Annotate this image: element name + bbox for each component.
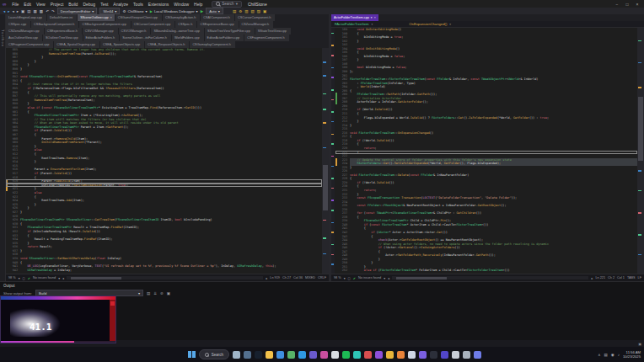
line-indicator[interactable]: Ln 919 xyxy=(270,276,280,279)
taskbar-app-icon[interactable] xyxy=(441,351,448,359)
toolbar-icon[interactable]: ▸ xyxy=(17,9,19,13)
menu-item[interactable]: Project xyxy=(48,2,67,7)
taskbar-app-icon[interactable] xyxy=(233,351,240,359)
line-indicator[interactable]: Ln 221 xyxy=(595,276,605,279)
menu-item[interactable]: Test xyxy=(98,2,110,7)
menu-item[interactable]: View xyxy=(34,2,48,7)
toolbar-icon[interactable]: ▤ xyxy=(233,9,236,13)
taskbar-app-icon[interactable] xyxy=(364,351,372,359)
tab-close-icon[interactable]: × xyxy=(110,16,112,19)
taskbar-app-icon[interactable] xyxy=(244,351,251,359)
menu-item[interactable]: Build xyxy=(66,2,80,7)
chevron-down-icon[interactable]: ▾ xyxy=(19,276,20,280)
taskbar-app-icon[interactable] xyxy=(331,351,339,359)
toolbar-icon[interactable]: ▧ xyxy=(251,9,255,13)
menu-item[interactable]: Tools xyxy=(131,2,146,7)
editor-tab[interactable]: CSBackgroundComponent.h xyxy=(31,21,78,28)
toolbar-icon[interactable]: ▤ xyxy=(27,9,30,13)
menu-item[interactable]: Debug xyxy=(80,2,98,7)
start-without-debugging-icon[interactable]: ▶ xyxy=(201,9,203,13)
editor-tab[interactable]: CSGameplayAction.h xyxy=(163,14,200,21)
taskbar-app-icon[interactable] xyxy=(309,351,317,359)
taskbar-app-icon[interactable] xyxy=(266,351,273,359)
scrollbar-thumb[interactable] xyxy=(71,277,122,279)
editor-tab[interactable]: CSExperienceBase.cpp xyxy=(197,21,238,28)
restore-button[interactable]: □ xyxy=(623,2,631,7)
taskbar-app-icon[interactable] xyxy=(342,351,350,359)
chevron-down-icon[interactable]: ▾ xyxy=(58,276,60,280)
scroll-left-icon[interactable]: ◂ xyxy=(388,276,389,280)
taskbar-app-icon[interactable] xyxy=(386,351,394,359)
editor-tab[interactable]: EditorActorFolders.cpp xyxy=(205,35,244,41)
taskbar-app-icon[interactable] xyxy=(320,351,328,359)
menu-item[interactable]: Analyze xyxy=(110,2,131,7)
taskbar-app-icon[interactable] xyxy=(452,351,459,359)
code-editor-left[interactable]: 885 // The parent no longer has any chil… xyxy=(6,48,322,274)
solution-configuration-dropdown[interactable]: DevelopmentEditor▾ xyxy=(57,8,98,14)
whitespace-indicator[interactable]: TABS xyxy=(627,276,636,279)
menu-item[interactable]: Help xyxy=(191,2,205,7)
health-status[interactable]: No issues found xyxy=(358,276,381,279)
output-title[interactable]: Output xyxy=(3,284,15,288)
editor-tab[interactable]: SceneOutliner...itsForColumn.h xyxy=(120,35,171,41)
taskbar-app-icon[interactable] xyxy=(375,351,383,359)
menu-item[interactable]: Window xyxy=(171,2,191,7)
scroll-right-icon[interactable]: ▸ xyxy=(266,276,267,280)
taskbar-app-icon[interactable] xyxy=(419,351,427,359)
start-debugging-button[interactable]: ▶ Local Windows Debugger ▾ xyxy=(150,9,198,13)
output-toolbar-icon[interactable]: ⊘ xyxy=(160,291,164,295)
col-indicator[interactable]: Col 1 xyxy=(617,276,625,279)
tab-close-icon[interactable]: × xyxy=(374,16,376,19)
taskbar-app-icon[interactable] xyxy=(276,351,284,359)
toolbar-icon[interactable]: ▣ xyxy=(21,9,24,13)
editor-tab[interactable]: SStateTreeViewTypeFilter.cpp xyxy=(205,28,255,35)
taskbar-app-icon[interactable] xyxy=(255,351,262,359)
navigate-forward-icon[interactable]: ▸ xyxy=(8,9,9,13)
whitespace-indicator[interactable]: MIXED xyxy=(305,276,315,279)
eol-indicator[interactable]: CRLF xyxy=(318,276,326,279)
member-dropdown[interactable]: OnExpansionChanged() xyxy=(409,22,447,26)
editor-tab[interactable]: WorldFolders.cpp xyxy=(172,35,204,41)
col-indicator[interactable]: Col 36 xyxy=(293,276,303,279)
taskbar-app-icon[interactable] xyxy=(353,351,361,359)
editor-tab[interactable]: CSFragmentComponent.cpp xyxy=(6,41,53,48)
tray-icon[interactable]: ◉ xyxy=(611,353,614,357)
editor-tab[interactable]: CSVOIManager.h xyxy=(119,28,151,35)
editor-tab[interactable]: CSGameViewportClient.cpp xyxy=(115,14,162,21)
output-toolbar-icon[interactable]: ⇊ xyxy=(153,291,157,295)
toolbar-icon[interactable]: ▦ xyxy=(34,9,37,13)
taskbar-app-icon[interactable] xyxy=(287,351,295,359)
code-editor-right[interactable]: 189 void OnEnterEditingMode() 190 { 191 … xyxy=(335,28,637,274)
vertical-scrollbar-right[interactable] xyxy=(637,28,644,274)
toolbar-icon[interactable]: ▣ xyxy=(263,9,266,13)
editor-tab[interactable]: CSAIComponent.h xyxy=(201,14,234,21)
scroll-left-icon[interactable]: ◂ xyxy=(62,276,64,280)
taskbar-app-icon[interactable] xyxy=(298,351,306,359)
taskbar-app-icon[interactable] xyxy=(397,351,405,359)
taskbar-search[interactable]: Search xyxy=(199,349,229,359)
menu-item[interactable]: Extensions xyxy=(146,2,171,7)
editor-tab[interactable]: AvaOutlinerView.cpp xyxy=(6,35,42,41)
editor-tab[interactable]: SSceneOutliner.cpp× xyxy=(78,14,115,21)
chevron-down-icon[interactable]: ▾ xyxy=(371,16,373,19)
titlebar-search[interactable]: Search ▾ xyxy=(212,1,242,8)
editor-tab[interactable]: CSGameplayComponent.h xyxy=(190,41,234,48)
notifications-icon[interactable]: ▣ xyxy=(638,342,641,346)
taskbar-app-icon[interactable] xyxy=(474,351,481,359)
output-toolbar-icon[interactable]: ▤ xyxy=(147,291,150,295)
scrollbar-thumb[interactable] xyxy=(323,165,328,210)
navigate-back-icon[interactable]: ◂ xyxy=(3,9,5,13)
toolbar-icon[interactable]: ⚙ xyxy=(239,9,242,13)
auto-dropdown[interactable]: Auto▾ xyxy=(206,8,223,14)
chevron-down-icon[interactable]: ▾ xyxy=(344,276,346,280)
editor-tab[interactable]: CSCursorComponent.h xyxy=(235,14,275,21)
scope-dropdown[interactable]: FActorFolderTreeItem xyxy=(335,22,369,26)
editor-tab[interactable]: CSExperienceBase.h xyxy=(45,28,82,35)
start-button[interactable] xyxy=(188,351,196,359)
vertical-scrollbar-left[interactable] xyxy=(322,48,329,274)
toolbar-icon[interactable]: ↷ xyxy=(51,9,55,13)
editor-tab[interactable]: DefaultGame.ini xyxy=(47,14,77,21)
scrollbar-thumb[interactable] xyxy=(396,277,448,279)
solution-platform-dropdown[interactable]: Win64▾ xyxy=(99,8,120,14)
editor-tab-active[interactable]: ActorFolderTreeItem.cpp ▾ × xyxy=(331,14,378,21)
